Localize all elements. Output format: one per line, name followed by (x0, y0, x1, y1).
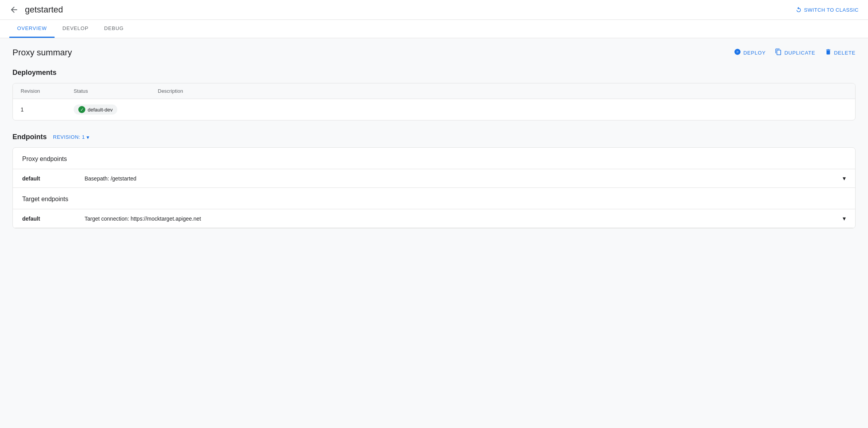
deploy-button[interactable]: DEPLOY (734, 48, 766, 57)
back-button[interactable] (9, 5, 19, 14)
col-status: Status (74, 88, 152, 94)
switch-classic-label: SWITCH TO CLASSIC (804, 7, 859, 13)
status-badge: ✓ default-dev (74, 104, 117, 115)
duplicate-button[interactable]: DUPLICATE (775, 48, 815, 57)
cell-revision: 1 (21, 106, 67, 113)
proxy-summary-title: Proxy summary (12, 48, 72, 58)
endpoints-header: Endpoints REVISION: 1 ▾ (12, 133, 856, 141)
cell-status: ✓ default-dev (74, 104, 152, 115)
target-endpoint-default[interactable]: default Target connection: https://mockt… (13, 209, 855, 228)
target-endpoint-name: default (22, 216, 69, 222)
endpoints-card: Proxy endpoints default Basepath: /getst… (12, 147, 856, 228)
col-description: Description (158, 88, 847, 94)
check-icon: ✓ (78, 106, 85, 113)
duplicate-label: DUPLICATE (784, 50, 815, 56)
revision-label: REVISION: 1 (53, 134, 85, 140)
page-title: getstarted (25, 5, 63, 15)
deploy-label: DEPLOY (743, 50, 766, 56)
status-text: default-dev (88, 107, 113, 113)
proxy-endpoint-name: default (22, 175, 69, 182)
tab-bar: OVERVIEW DEVELOP DEBUG (0, 20, 868, 38)
proxy-summary-header: Proxy summary DEPLOY DUPLICATE (12, 48, 856, 58)
main-content: Proxy summary DEPLOY DUPLICATE (0, 38, 868, 423)
tab-overview[interactable]: OVERVIEW (9, 20, 55, 38)
switch-icon (796, 7, 802, 13)
deployments-title: Deployments (12, 69, 856, 77)
proxy-endpoints-section: Proxy endpoints default Basepath: /getst… (13, 148, 855, 188)
chevron-down-icon: ▾ (86, 134, 90, 140)
deploy-icon (734, 48, 741, 57)
duplicate-icon (775, 48, 782, 57)
delete-icon (825, 48, 832, 57)
deployments-card: Revision Status Description 1 ✓ default-… (12, 83, 856, 120)
switch-to-classic-button[interactable]: SWITCH TO CLASSIC (796, 7, 859, 13)
col-revision: Revision (21, 88, 67, 94)
action-buttons: DEPLOY DUPLICATE DELETE (734, 48, 856, 57)
delete-button[interactable]: DELETE (825, 48, 856, 57)
target-endpoints-section: Target endpoints default Target connecti… (13, 188, 855, 228)
target-endpoint-detail: Target connection: https://mocktarget.ap… (69, 216, 843, 222)
endpoints-title: Endpoints (12, 133, 47, 141)
deployments-section: Deployments Revision Status Description … (12, 69, 856, 120)
tab-develop[interactable]: DEVELOP (55, 20, 96, 38)
table-row: 1 ✓ default-dev (13, 99, 855, 120)
target-endpoints-title: Target endpoints (13, 188, 855, 209)
endpoints-section: Endpoints REVISION: 1 ▾ Proxy endpoints … (12, 133, 856, 228)
revision-selector[interactable]: REVISION: 1 ▾ (53, 134, 90, 140)
chevron-right-icon: ▾ (843, 175, 846, 182)
page-header: getstarted SWITCH TO CLASSIC (0, 0, 868, 20)
proxy-endpoint-detail: Basepath: /getstarted (69, 175, 843, 182)
proxy-endpoints-title: Proxy endpoints (13, 148, 855, 169)
target-chevron-right-icon: ▾ (843, 215, 846, 222)
header-left: getstarted (9, 5, 63, 15)
delete-label: DELETE (834, 50, 856, 56)
table-header: Revision Status Description (13, 83, 855, 99)
tab-debug[interactable]: DEBUG (96, 20, 131, 38)
proxy-endpoint-default[interactable]: default Basepath: /getstarted ▾ (13, 169, 855, 188)
